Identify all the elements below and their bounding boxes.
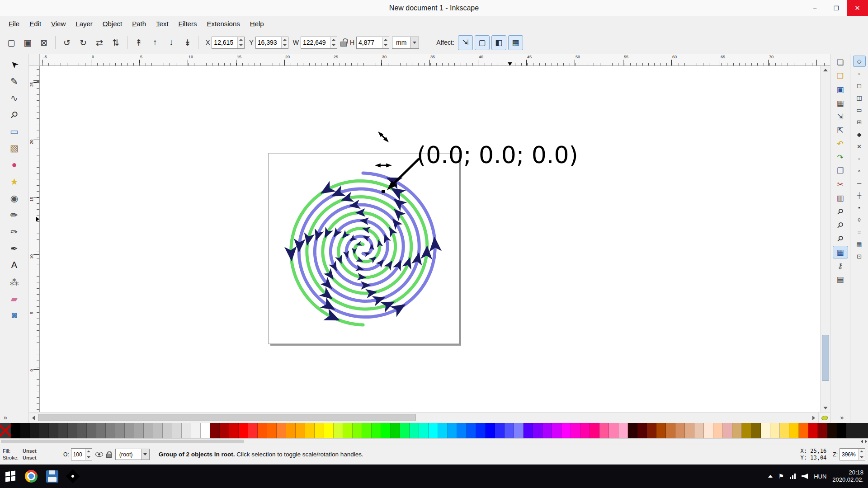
menu-text[interactable]: Text: [151, 18, 174, 30]
palette-swatch[interactable]: [780, 423, 789, 438]
x-input[interactable]: [212, 37, 237, 48]
open-document-button[interactable]: ❒: [833, 70, 848, 82]
toolbox-overflow-icon[interactable]: »: [0, 414, 7, 421]
palette-swatch[interactable]: [467, 423, 476, 438]
snap-guides-button[interactable]: ⊡: [853, 251, 866, 262]
palette-swatch[interactable]: [400, 423, 410, 438]
palette-swatch[interactable]: [723, 423, 732, 438]
import-button[interactable]: ⇲: [833, 110, 848, 123]
unit-select[interactable]: mm: [392, 37, 419, 49]
tool-ellipse[interactable]: ●: [5, 156, 24, 173]
horizontal-scroll-thumb[interactable]: [38, 414, 416, 421]
undo-button[interactable]: ↶: [833, 137, 848, 150]
new-document-button[interactable]: ❏: [833, 56, 848, 69]
palette-swatch[interactable]: [96, 423, 106, 438]
chevron-down-icon[interactable]: [410, 37, 419, 48]
palette-swatch[interactable]: [87, 423, 96, 438]
start-button[interactable]: [0, 465, 21, 488]
redo-button[interactable]: ↷: [833, 151, 848, 164]
vertical-scroll-thumb[interactable]: [822, 335, 829, 381]
palette-swatch[interactable]: [267, 423, 277, 438]
menu-object[interactable]: Object: [98, 18, 127, 30]
zoom-field[interactable]: [840, 448, 865, 460]
palette-swatch[interactable]: [599, 423, 609, 438]
menu-view[interactable]: View: [46, 18, 71, 30]
palette-swatch[interactable]: [305, 423, 315, 438]
h-spinner[interactable]: [382, 37, 389, 48]
opacity-field[interactable]: [71, 448, 92, 460]
palette-swatch[interactable]: [277, 423, 286, 438]
toolbar-flip-vertical[interactable]: ⇅: [108, 35, 123, 50]
palette-swatch[interactable]: [789, 423, 799, 438]
palette-swatch[interactable]: [324, 423, 334, 438]
menu-help[interactable]: Help: [245, 18, 269, 30]
zoom-input[interactable]: [840, 449, 858, 460]
palette-swatch[interactable]: [438, 423, 448, 438]
palette-swatch[interactable]: [818, 423, 827, 438]
palette-swatch[interactable]: [77, 423, 87, 438]
vertical-scrollbar[interactable]: [820, 66, 830, 412]
palette-swatch[interactable]: [514, 423, 524, 438]
tool-text[interactable]: A: [5, 257, 24, 273]
palette-swatch[interactable]: [675, 423, 685, 438]
tool-spiral[interactable]: ◉: [5, 190, 24, 206]
palette-scroll-thumb[interactable]: [1, 440, 244, 443]
tool-selector[interactable]: ➤: [5, 56, 24, 73]
snap-enable-button[interactable]: ◇: [853, 56, 866, 67]
toolbar-rotate-cw[interactable]: ↻: [75, 35, 91, 50]
y-input[interactable]: [256, 37, 281, 48]
save-document-button[interactable]: ▣: [833, 83, 848, 96]
palette-swatch[interactable]: [448, 423, 457, 438]
affect-scale-stroke[interactable]: ⇲: [458, 35, 473, 50]
palette-swatch[interactable]: [742, 423, 751, 438]
menu-layer[interactable]: Layer: [71, 18, 98, 30]
cut-button[interactable]: ✂: [833, 178, 848, 191]
snap-text-baselines-button[interactable]: ◊: [853, 214, 866, 225]
snap-bbox-edges-button[interactable]: ◻: [853, 80, 866, 91]
palette-swatch[interactable]: [505, 423, 514, 438]
scroll-down-icon[interactable]: [821, 404, 830, 412]
tool-spray[interactable]: ⁂: [5, 273, 24, 290]
toolbar-raise[interactable]: ↑: [147, 35, 163, 50]
palette-swatch[interactable]: [704, 423, 713, 438]
palette-scrollbar[interactable]: [0, 438, 868, 444]
palette-swatch[interactable]: [533, 423, 542, 438]
network-icon[interactable]: [790, 474, 796, 479]
snap-smooth-nodes-button[interactable]: ∘: [853, 165, 866, 177]
palette-swatch[interactable]: [106, 423, 115, 438]
palette-swatch[interactable]: [732, 423, 742, 438]
volume-icon[interactable]: [802, 474, 808, 479]
palette-swatch[interactable]: [666, 423, 675, 438]
lock-width-height-icon[interactable]: [340, 38, 347, 47]
snap-page-border-button[interactable]: ≡: [853, 226, 866, 238]
affect-move-patterns[interactable]: ▦: [508, 35, 523, 50]
chevron-down-icon[interactable]: [141, 449, 149, 460]
vertical-ruler[interactable]: 2520151050: [29, 66, 40, 412]
palette-swatch[interactable]: [429, 423, 438, 438]
palette-swatch[interactable]: [552, 423, 561, 438]
paste-button[interactable]: ▥: [833, 192, 848, 204]
palette-swatch[interactable]: [239, 423, 248, 438]
toolbar-lower[interactable]: ↓: [164, 35, 179, 50]
palette-swatch[interactable]: [799, 423, 808, 438]
tool-pencil[interactable]: ✏: [5, 206, 24, 223]
scroll-up-icon[interactable]: [821, 66, 830, 74]
palette-swatch[interactable]: [372, 423, 381, 438]
palette-swatch[interactable]: [334, 423, 343, 438]
w-input[interactable]: [301, 37, 330, 48]
canvas[interactable]: (0.0; 0.0; 0.0): [40, 66, 820, 412]
zoom-spinner[interactable]: [858, 449, 865, 460]
palette-swatch[interactable]: [685, 423, 694, 438]
toolbar-rotate-ccw[interactable]: ↺: [59, 35, 75, 50]
layer-visibility-eye-icon[interactable]: [95, 452, 103, 457]
menu-path[interactable]: Path: [127, 18, 151, 30]
snap-cusp-nodes-button[interactable]: ◦: [853, 153, 866, 164]
palette-swatch[interactable]: [580, 423, 590, 438]
palette-swatch[interactable]: [524, 423, 533, 438]
snap-bbox-corners-button[interactable]: ◫: [853, 92, 866, 103]
palette-swatch[interactable]: [115, 423, 125, 438]
palette-swatch[interactable]: [201, 423, 210, 438]
palette-swatch[interactable]: [770, 423, 780, 438]
snap-grids-button[interactable]: ▦: [853, 239, 866, 250]
palette-swatch[interactable]: [286, 423, 296, 438]
